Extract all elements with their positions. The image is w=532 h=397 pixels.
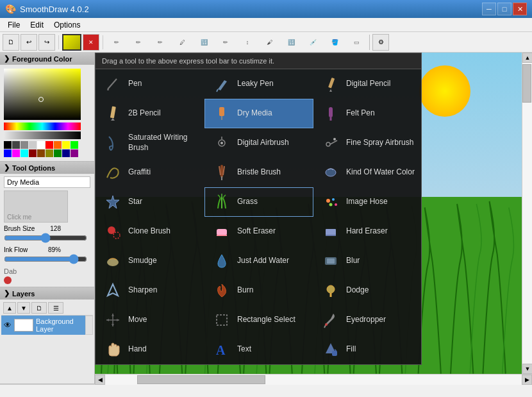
tool-cell-smudge[interactable]: Smudge bbox=[96, 246, 204, 276]
ink-flow-slider[interactable] bbox=[4, 255, 87, 263]
tool-label-dry-media: Dry Media bbox=[237, 108, 272, 119]
tool-cell-fine-spray-airbrush[interactable]: Fine Spray Airbrush bbox=[313, 128, 422, 158]
canvas-area[interactable]: Drag a tool to the above express tool ba… bbox=[95, 53, 522, 374]
close-button[interactable]: ✕ bbox=[513, 3, 527, 15]
tool-label-bristle-brush: Bristle Brush bbox=[237, 167, 281, 178]
hue-slider[interactable] bbox=[4, 122, 81, 130]
express-slot-3[interactable]: ✏ bbox=[150, 33, 170, 51]
menu-options[interactable]: Options bbox=[49, 19, 85, 31]
scroll-thumb-vertical[interactable] bbox=[522, 64, 531, 103]
tool-cell-dodge[interactable]: Dodge bbox=[313, 276, 422, 305]
scroll-up-button[interactable]: ▲ bbox=[522, 53, 532, 63]
toolbar-color-swatch[interactable] bbox=[62, 34, 81, 51]
tool-cell-2b-pencil[interactable]: 2B Pencil bbox=[96, 99, 204, 128]
layer-visibility-icon[interactable]: 👁 bbox=[4, 321, 12, 330]
tool-options-header[interactable]: ❯ Tool Options bbox=[0, 162, 94, 174]
tool-preview[interactable]: Click me bbox=[4, 190, 68, 223]
color-swatch[interactable] bbox=[46, 149, 53, 157]
color-swatch[interactable] bbox=[37, 141, 45, 149]
scroll-down-button[interactable]: ▼ bbox=[522, 364, 532, 374]
scroll-left-button[interactable]: ◀ bbox=[95, 375, 105, 385]
tool-cell-graffiti[interactable]: Graffiti bbox=[96, 158, 204, 187]
color-swatch[interactable] bbox=[54, 149, 62, 157]
layers-header[interactable]: ❯ Layers bbox=[0, 287, 94, 300]
brush-size-slider[interactable] bbox=[4, 234, 87, 242]
tool-cell-fill[interactable]: Fill bbox=[313, 335, 422, 364]
color-swatch[interactable] bbox=[29, 149, 37, 157]
layer-menu-button[interactable]: ☰ bbox=[48, 302, 63, 314]
tool-cell-burn[interactable]: Burn bbox=[204, 276, 313, 305]
eraser-toolbar-button[interactable]: ✕ bbox=[83, 34, 99, 51]
color-swatch[interactable] bbox=[12, 149, 20, 157]
express-slot-4[interactable]: 🖊 bbox=[172, 33, 192, 51]
layer-up-button[interactable]: ▲ bbox=[3, 302, 16, 314]
minimize-button[interactable]: ─ bbox=[482, 3, 496, 15]
tool-cell-star[interactable]: Star bbox=[96, 187, 204, 217]
tool-cell-dry-media[interactable]: Dry Media bbox=[204, 99, 313, 128]
color-swatch[interactable] bbox=[46, 141, 53, 149]
layer-item-background[interactable]: 👁 Background Layer bbox=[1, 316, 85, 335]
express-slot-6[interactable]: ✏ bbox=[215, 33, 236, 51]
scroll-thumb-horizontal[interactable] bbox=[137, 375, 265, 384]
tool-cell-blur[interactable]: Blur bbox=[313, 246, 422, 276]
tool-cell-rectangle-select[interactable]: Rectangle Select bbox=[204, 305, 313, 335]
express-slot-7[interactable]: ↕ bbox=[237, 33, 258, 51]
foreground-color-header[interactable]: ❯ Foreground Color bbox=[0, 53, 94, 65]
scroll-track-horizontal[interactable] bbox=[105, 375, 522, 385]
express-slot-9[interactable]: 🔢 bbox=[281, 33, 301, 51]
undo-button[interactable]: ↩ bbox=[21, 34, 37, 51]
settings-toolbar-button[interactable]: ⚙ bbox=[372, 34, 389, 51]
tool-cell-soft-eraser[interactable]: Soft Eraser bbox=[204, 217, 313, 246]
opacity-slider[interactable] bbox=[4, 131, 81, 139]
color-swatch[interactable] bbox=[62, 149, 70, 157]
color-swatch[interactable] bbox=[21, 149, 28, 157]
tool-cell-sharpen[interactable]: Sharpen bbox=[96, 276, 204, 305]
tool-cell-just-add-water[interactable]: Just Add Water bbox=[204, 246, 313, 276]
tool-cell-grass[interactable]: Grass bbox=[204, 187, 313, 217]
menu-edit[interactable]: Edit bbox=[25, 19, 49, 31]
new-button[interactable]: 🗋 bbox=[3, 34, 19, 51]
express-slot-11[interactable]: 🪣 bbox=[324, 33, 345, 51]
express-slot-10[interactable]: 💉 bbox=[303, 33, 323, 51]
tool-cell-pen[interactable]: Pen bbox=[96, 69, 204, 99]
maximize-button[interactable]: □ bbox=[497, 3, 511, 15]
tool-cell-image-hose[interactable]: Image Hose bbox=[313, 187, 422, 217]
express-slot-5[interactable]: 🔢 bbox=[194, 33, 214, 51]
color-gradient[interactable] bbox=[4, 69, 81, 120]
tool-cell-eyedropper[interactable]: Eyedropper bbox=[313, 305, 422, 335]
tool-cell-digital-pencil[interactable]: Digital Pencil bbox=[313, 69, 422, 99]
tool-cell-bristle-brush[interactable]: Bristle Brush bbox=[204, 158, 313, 187]
layer-scroll[interactable] bbox=[85, 316, 93, 335]
tool-cell-clone-brush[interactable]: Clone Brush bbox=[96, 217, 204, 246]
color-swatch[interactable] bbox=[12, 141, 20, 149]
scroll-right-button[interactable]: ▶ bbox=[522, 375, 532, 385]
tool-cell-leaky-pen[interactable]: Leaky Pen bbox=[204, 69, 313, 99]
tool-cell-saturated-writing-brush[interactable]: Saturated Writing Brush bbox=[96, 128, 204, 158]
tool-cell-felt-pen[interactable]: Felt Pen bbox=[313, 99, 422, 128]
color-swatch[interactable] bbox=[62, 141, 70, 149]
express-slot-2[interactable]: ✏ bbox=[128, 33, 149, 51]
express-slot-8[interactable]: 🖌 bbox=[259, 33, 279, 51]
color-swatch[interactable] bbox=[29, 141, 37, 149]
tool-cell-digital-airbrush[interactable]: Digital Airbrush bbox=[204, 128, 313, 158]
color-swatch[interactable] bbox=[4, 149, 12, 157]
color-swatch[interactable] bbox=[71, 141, 78, 149]
layer-new-button[interactable]: 🗋 bbox=[31, 302, 47, 314]
tool-cell-hard-eraser[interactable]: Hard Eraser bbox=[313, 217, 422, 246]
express-slot-12[interactable]: ▭ bbox=[346, 33, 367, 51]
tool-icon-fine-spray-airbrush bbox=[320, 133, 341, 153]
redo-button[interactable]: ↪ bbox=[38, 34, 55, 51]
color-swatch[interactable] bbox=[4, 141, 12, 149]
color-swatch[interactable] bbox=[54, 141, 62, 149]
tool-cell-move[interactable]: Move bbox=[96, 305, 204, 335]
tool-cell-text[interactable]: AText bbox=[204, 335, 313, 364]
layer-down-button[interactable]: ▼ bbox=[17, 302, 30, 314]
menu-file[interactable]: File bbox=[3, 19, 25, 31]
tool-cell-kind-of-water-color[interactable]: Kind Of Water Color bbox=[313, 158, 422, 187]
express-slot-1[interactable]: ✏ bbox=[106, 33, 127, 51]
color-swatch[interactable] bbox=[21, 141, 28, 149]
scroll-track-vertical[interactable] bbox=[522, 63, 532, 364]
color-swatch[interactable] bbox=[71, 149, 78, 157]
tool-cell-hand[interactable]: Hand bbox=[96, 335, 204, 364]
color-swatch[interactable] bbox=[37, 149, 45, 157]
